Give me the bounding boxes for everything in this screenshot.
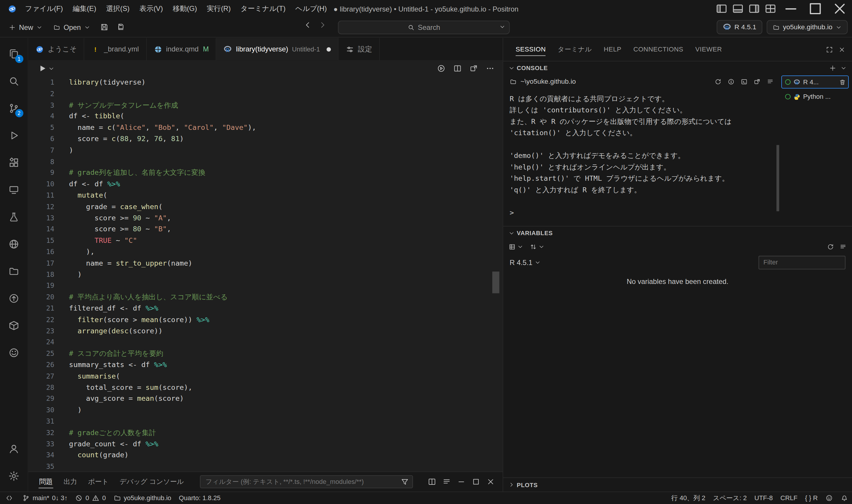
- save-button[interactable]: [97, 20, 112, 34]
- panel-tab-デバッグ コンソール[interactable]: デバッグ コンソール: [114, 472, 189, 491]
- close-panel-icon[interactable]: [838, 46, 846, 53]
- code-line-23[interactable]: 23 arrange(desc(score)): [29, 326, 503, 337]
- activity-remote-explorer[interactable]: [1, 176, 27, 203]
- tab-welcome[interactable]: ようこそ: [29, 38, 85, 60]
- variables-header[interactable]: VARIABLES: [503, 227, 852, 239]
- workspace-status[interactable]: yo5uke.github.io: [110, 492, 175, 504]
- console-prompt[interactable]: >: [510, 207, 774, 219]
- code-line-26[interactable]: 26summary_stats <- df %>%: [29, 359, 503, 371]
- console-output[interactable]: R は多くの貢献者による共同プロジェクトです。詳しくは 'contributor…: [503, 88, 780, 226]
- code-line-31[interactable]: 31: [29, 416, 503, 427]
- panel-tab-ターミナル[interactable]: ターミナル: [552, 38, 598, 61]
- code-line-29[interactable]: 29 avg_score = mean(score): [29, 393, 503, 404]
- console-working-directory[interactable]: ~\yo5uke.github.io: [503, 74, 780, 89]
- toggle-secondary-sidebar-icon[interactable]: [746, 2, 762, 15]
- runtime-label[interactable]: R 4.5.1: [510, 258, 532, 267]
- activity-extensions[interactable]: [1, 149, 27, 176]
- panel-maximize-button[interactable]: [469, 476, 483, 488]
- save-all-button[interactable]: [113, 20, 128, 34]
- code-line-34[interactable]: 34 count(grade): [29, 450, 503, 461]
- code-line-1[interactable]: 1library(tidyverse): [29, 77, 503, 88]
- expand-panel-icon[interactable]: [826, 46, 833, 53]
- go-forward-icon[interactable]: [318, 21, 327, 29]
- session-info-icon[interactable]: [727, 78, 735, 85]
- code-line-20[interactable]: 20# 平均点より高い人を抽出し、スコア順に並べる: [29, 292, 503, 303]
- code-line-33[interactable]: 33grade_count <- df %>%: [29, 439, 503, 450]
- session-item-r[interactable]: R R 4...: [781, 75, 849, 88]
- session-item-python[interactable]: Python ...: [781, 90, 849, 103]
- panel-minimize-button[interactable]: [454, 476, 468, 488]
- code-line-25[interactable]: 25# スコアの合計と平均を要約: [29, 348, 503, 359]
- activity-hosted-apps[interactable]: [1, 230, 27, 258]
- language-mode[interactable]: { } R: [801, 492, 821, 504]
- panel-close-button[interactable]: [484, 476, 497, 488]
- code-line-7[interactable]: 7): [29, 145, 503, 156]
- open-in-window-button[interactable]: [467, 62, 481, 74]
- customize-layout-icon[interactable]: [762, 2, 779, 15]
- eol-status[interactable]: CRLF: [777, 492, 801, 504]
- code-line-2[interactable]: 2: [29, 88, 503, 100]
- code-line-12[interactable]: 12 grade = case_when(: [29, 201, 503, 213]
- code-line-18[interactable]: 18 ): [29, 269, 503, 281]
- filter-icon[interactable]: [401, 478, 409, 486]
- trash-icon[interactable]: [839, 78, 846, 86]
- code-line-24[interactable]: 24: [29, 337, 503, 348]
- plots-section[interactable]: PLOTS: [503, 478, 852, 491]
- code-line-21[interactable]: 21filtered_df <- df %>%: [29, 303, 503, 314]
- code-line-22[interactable]: 22 filter(score > mean(score)) %>%: [29, 314, 503, 326]
- menu-ターミナル(T)[interactable]: ターミナル(T): [236, 2, 290, 15]
- open-button[interactable]: Open: [49, 20, 94, 34]
- menu-ヘルプ(H)[interactable]: ヘルプ(H): [290, 2, 332, 15]
- clear-console-icon[interactable]: [767, 78, 774, 85]
- toggle-panel-icon[interactable]: [730, 2, 746, 15]
- preview-button[interactable]: [434, 62, 449, 74]
- cursor-position[interactable]: 行 40、列 2: [667, 492, 709, 504]
- go-back-icon[interactable]: [303, 21, 312, 29]
- code-line-4[interactable]: 4df <- tibble(: [29, 111, 503, 122]
- panel-tab-出力[interactable]: 出力: [58, 472, 83, 491]
- menu-選択(S)[interactable]: 選択(S): [101, 2, 134, 15]
- code-line-9[interactable]: 9# grade列を追加し、名前を大文字に変換: [29, 167, 503, 179]
- activity-testing[interactable]: [1, 203, 27, 230]
- panel-tab-viewer[interactable]: VIEWER: [689, 38, 728, 61]
- new-button[interactable]: New: [4, 20, 47, 34]
- git-branch-status[interactable]: main* 0↓ 3↑: [18, 492, 71, 504]
- code-line-8[interactable]: 8: [29, 156, 503, 167]
- variables-filter-input[interactable]: [759, 255, 846, 269]
- indentation-status[interactable]: スペース: 2: [709, 492, 750, 504]
- code-line-17[interactable]: 17 name = str_to_upper(name): [29, 258, 503, 269]
- code-line-6[interactable]: 6 score = c(88, 92, 76, 81): [29, 134, 503, 145]
- code-line-32[interactable]: 32# gradeごとの人数を集計: [29, 427, 503, 439]
- activity-project-manager[interactable]: [1, 257, 27, 285]
- minimize-button[interactable]: [779, 0, 803, 17]
- more-actions-button[interactable]: [483, 62, 497, 74]
- quarto-status[interactable]: Quarto: 1.8.25: [175, 492, 224, 504]
- code-line-5[interactable]: 5 name = c("Alice", "Bob", "Carol", "Dav…: [29, 122, 503, 133]
- tab-settings[interactable]: 設定: [339, 38, 380, 60]
- activity-search[interactable]: [1, 68, 27, 95]
- menu-実行(R)[interactable]: 実行(R): [202, 2, 236, 15]
- activity-accounts[interactable]: [1, 435, 27, 462]
- activity-manage[interactable]: [1, 462, 27, 489]
- problems-status[interactable]: 0 0: [71, 492, 109, 504]
- code-line-30[interactable]: 30 ): [29, 404, 503, 416]
- code-line-14[interactable]: 14 score >= 80 ~ "B",: [29, 224, 503, 235]
- panel-copy-button[interactable]: [425, 476, 438, 488]
- editor-scrollbar-thumb[interactable]: [492, 271, 500, 293]
- activity-run-and-debug[interactable]: [1, 122, 27, 149]
- restart-session-icon[interactable]: [714, 78, 722, 85]
- menu-編集(E)[interactable]: 編集(E): [68, 2, 101, 15]
- new-session-icon[interactable]: [829, 65, 836, 72]
- code-line-10[interactable]: 10df <- df %>%: [29, 179, 503, 190]
- code-editor[interactable]: 1library(tidyverse)23# サンプルデータフレームを作成4df…: [29, 76, 503, 471]
- code-line-35[interactable]: 35: [29, 461, 503, 471]
- refresh-variables-icon[interactable]: [827, 243, 834, 250]
- panel-tab-ポート[interactable]: ポート: [83, 472, 114, 491]
- panel-tab-問題[interactable]: 問題: [34, 472, 58, 491]
- menu-表示(V)[interactable]: 表示(V): [134, 2, 168, 15]
- encoding-status[interactable]: UTF-8: [750, 492, 777, 504]
- feedback-button[interactable]: [821, 492, 837, 504]
- close-window-button[interactable]: [828, 0, 852, 17]
- activity-publish[interactable]: [1, 285, 27, 312]
- move-to-window-icon[interactable]: [754, 78, 761, 85]
